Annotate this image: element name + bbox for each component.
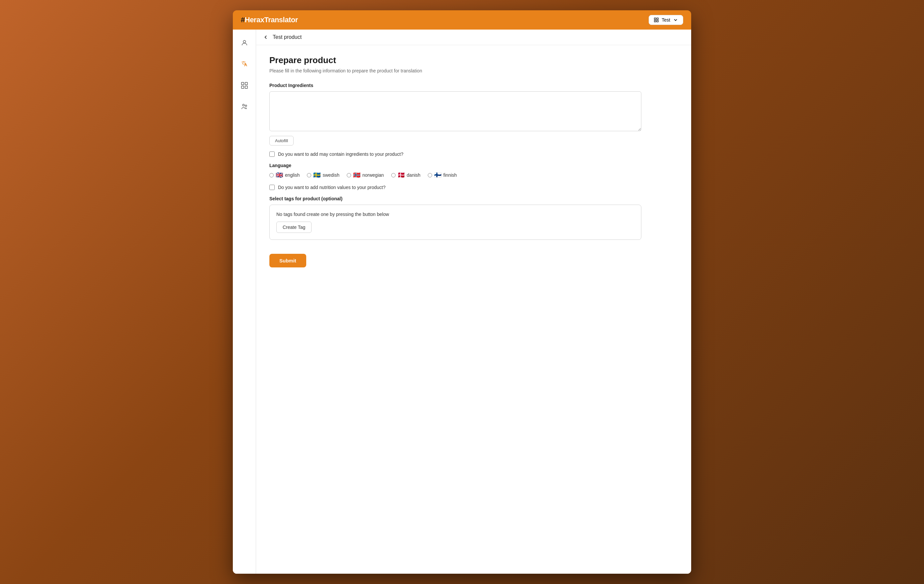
form-subtitle: Please fill in the following information… — [269, 68, 641, 73]
chevron-down-icon — [673, 17, 678, 23]
workspace-label: Test — [662, 17, 670, 23]
app-logo: #HeraxTranslator — [241, 16, 298, 24]
svg-rect-8 — [241, 86, 243, 88]
svg-rect-0 — [654, 18, 656, 20]
create-tag-button[interactable]: Create Tag — [276, 221, 312, 233]
svg-rect-5 — [241, 82, 243, 85]
autofill-button[interactable]: Autofill — [269, 136, 294, 145]
flag-swedish: 🇸🇪 — [313, 172, 320, 179]
lang-label-swedish: swedish — [322, 172, 340, 178]
flag-english: 🇬🇧 — [276, 172, 283, 179]
sidebar — [233, 30, 256, 574]
lang-radio-danish[interactable] — [391, 173, 396, 177]
sidebar-item-translate[interactable] — [238, 58, 251, 71]
lang-option-swedish[interactable]: 🇸🇪 swedish — [307, 172, 340, 179]
lang-option-finnish[interactable]: 🇫🇮 finnish — [428, 172, 457, 179]
layout-icon — [653, 17, 659, 23]
workspace-button[interactable]: Test — [648, 15, 683, 25]
ingredients-label: Product Ingredients — [269, 83, 641, 88]
svg-rect-2 — [657, 20, 658, 22]
tags-box: No tags found create one by pressing the… — [269, 205, 641, 240]
form-title: Prepare product — [269, 55, 641, 66]
lang-radio-swedish[interactable] — [307, 173, 311, 177]
svg-point-9 — [243, 104, 244, 106]
sidebar-item-team[interactable] — [238, 100, 251, 113]
svg-point-4 — [243, 41, 246, 43]
flag-finnish: 🇫🇮 — [434, 172, 441, 179]
nutrition-checkbox[interactable] — [269, 185, 275, 190]
flag-norwegian: 🇳🇴 — [353, 172, 360, 179]
language-label: Language — [269, 163, 641, 168]
nutrition-label[interactable]: Do you want to add nutrition values to y… — [278, 185, 386, 190]
app-window: #HeraxTranslator Test — [233, 10, 691, 574]
lang-option-danish[interactable]: 🇩🇰 danish — [391, 172, 421, 179]
top-bar-right: Test — [648, 15, 683, 25]
lang-label-danish: danish — [407, 172, 421, 178]
sidebar-item-user[interactable] — [238, 36, 251, 49]
lang-label-english: english — [285, 172, 300, 178]
back-button[interactable] — [263, 34, 269, 40]
nutrition-row: Do you want to add nutrition values to y… — [269, 185, 641, 190]
breadcrumb-title: Test product — [273, 34, 302, 40]
content-area: Test product Prepare product Please fill… — [256, 30, 691, 574]
svg-rect-1 — [657, 18, 658, 20]
lang-radio-english[interactable] — [269, 173, 274, 177]
svg-rect-7 — [245, 86, 247, 88]
may-contain-checkbox[interactable] — [269, 152, 275, 157]
lang-label-finnish: finnish — [444, 172, 457, 178]
svg-rect-6 — [245, 82, 247, 85]
lang-option-english[interactable]: 🇬🇧 english — [269, 172, 300, 179]
ingredients-textarea[interactable] — [269, 91, 641, 131]
form-container: Prepare product Please fill in the follo… — [256, 45, 655, 277]
logo-hash: # — [241, 16, 245, 24]
may-contain-label[interactable]: Do you want to add may contain ingredien… — [278, 152, 403, 157]
lang-radio-finnish[interactable] — [428, 173, 432, 177]
top-bar: #HeraxTranslator Test — [233, 10, 691, 30]
lang-option-norwegian[interactable]: 🇳🇴 norwegian — [347, 172, 384, 179]
tags-section: Select tags for product (optional) No ta… — [269, 196, 641, 240]
language-section: Language 🇬🇧 english 🇸🇪 swedish — [269, 163, 641, 179]
main-layout: Test product Prepare product Please fill… — [233, 30, 691, 574]
lang-radio-norwegian[interactable] — [347, 173, 351, 177]
svg-point-10 — [245, 105, 247, 107]
flag-danish: 🇩🇰 — [398, 172, 405, 179]
sidebar-item-components[interactable] — [238, 79, 251, 92]
tags-label: Select tags for product (optional) — [269, 196, 641, 201]
may-contain-row: Do you want to add may contain ingredien… — [269, 152, 641, 157]
language-options: 🇬🇧 english 🇸🇪 swedish 🇳🇴 norwegian — [269, 172, 641, 179]
lang-label-norwegian: norwegian — [362, 172, 384, 178]
no-tags-text: No tags found create one by pressing the… — [276, 211, 634, 217]
breadcrumb-bar: Test product — [256, 30, 691, 45]
svg-rect-3 — [654, 20, 656, 22]
submit-button[interactable]: Submit — [269, 254, 306, 267]
logo-text: HeraxTranslator — [245, 16, 298, 24]
